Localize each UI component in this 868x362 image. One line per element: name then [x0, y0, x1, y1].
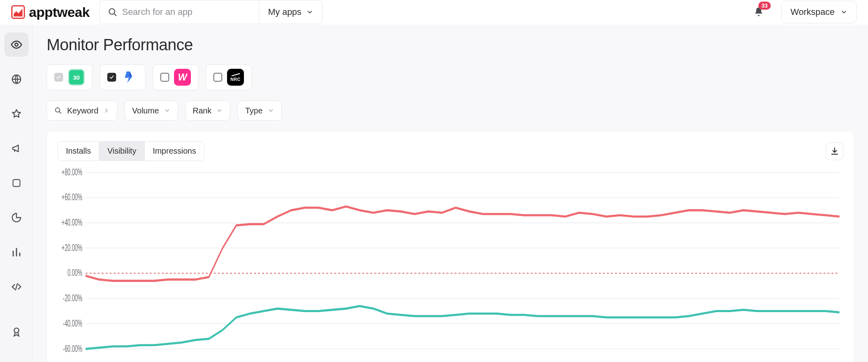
- sidebar-item-star[interactable]: [4, 102, 29, 126]
- checkbox-icon: [107, 73, 116, 82]
- chevron-down-icon: [216, 107, 223, 114]
- top-bar: apptweak My apps 33 Workspace: [0, 0, 868, 25]
- svg-text:+20.00%: +20.00%: [61, 243, 82, 253]
- sidebar-item-award[interactable]: [4, 320, 29, 344]
- svg-text:0.00%: 0.00%: [68, 268, 82, 278]
- app-chip-nrc[interactable]: NRC: [206, 64, 252, 90]
- brand-name: apptweak: [29, 4, 90, 20]
- checkbox-icon: [213, 73, 222, 82]
- my-apps-label: My apps: [268, 7, 301, 17]
- sidebar-item-megaphone[interactable]: [4, 136, 29, 160]
- tab-impressions[interactable]: Impressions: [144, 142, 204, 160]
- notification-badge: 33: [758, 2, 771, 10]
- chevron-down-icon: [268, 107, 274, 114]
- checkbox-icon: [54, 73, 63, 82]
- type-filter[interactable]: Type: [237, 101, 281, 121]
- my-apps-dropdown[interactable]: My apps: [259, 0, 322, 24]
- megaphone-icon: [11, 143, 22, 154]
- search-icon: [108, 7, 117, 17]
- keyword-label: Keyword: [67, 106, 98, 115]
- svg-text:-60.00%: -60.00%: [63, 343, 82, 354]
- tab-visibility[interactable]: Visibility: [99, 142, 144, 160]
- chevron-down-icon: [306, 8, 313, 16]
- svg-text:-20.00%: -20.00%: [63, 293, 82, 303]
- search-box[interactable]: [100, 0, 259, 24]
- app-icon-nrc: NRC: [227, 69, 244, 86]
- bars-icon: [11, 247, 22, 258]
- brand-mark-icon: [11, 5, 25, 19]
- page-title: Monitor Performance: [47, 36, 854, 54]
- keyword-filter[interactable]: Keyword: [47, 101, 117, 121]
- app-chip-fitnesscoach[interactable]: [100, 64, 145, 90]
- rank-filter[interactable]: Rank: [185, 101, 231, 121]
- chevron-down-icon: [164, 107, 170, 114]
- download-button[interactable]: [826, 142, 843, 160]
- filter-row: Keyword Volume Rank Type: [47, 101, 854, 121]
- sidebar-item-square[interactable]: [4, 171, 29, 195]
- volume-filter[interactable]: Volume: [125, 101, 178, 121]
- search-input[interactable]: [122, 7, 251, 17]
- sidebar-item-bars[interactable]: [4, 240, 29, 264]
- workspace-label: Workspace: [790, 7, 835, 17]
- main-content: Monitor Performance 30 W NRC: [33, 25, 868, 362]
- tab-installs[interactable]: Installs: [58, 142, 99, 160]
- app-chip-30day[interactable]: 30: [47, 64, 92, 90]
- sidebar-item-globe[interactable]: [4, 67, 29, 91]
- volume-label: Volume: [132, 106, 159, 115]
- app-icon-fitnesscoach: [121, 69, 138, 86]
- workspace-dropdown[interactable]: Workspace: [781, 1, 857, 23]
- notifications-button[interactable]: 33: [751, 4, 767, 20]
- chart-area: +80.00%+60.00%+40.00%+20.00%0.00%-20.00%…: [57, 168, 843, 362]
- app-chip-workoutwomen[interactable]: W: [153, 64, 199, 90]
- type-label: Type: [245, 106, 262, 115]
- globe-icon: [11, 74, 22, 85]
- svg-text:+80.00%: +80.00%: [61, 168, 82, 177]
- code-icon: [11, 281, 22, 292]
- sidebar: [0, 25, 33, 362]
- pie-icon: [11, 212, 22, 223]
- svg-text:-40.00%: -40.00%: [63, 318, 82, 329]
- rank-label: Rank: [193, 106, 212, 115]
- svg-text:+60.00%: +60.00%: [61, 192, 82, 202]
- sidebar-item-user[interactable]: [4, 354, 29, 362]
- svg-point-2: [15, 43, 18, 46]
- svg-point-5: [14, 328, 19, 333]
- chevron-down-icon: [840, 8, 848, 16]
- chart-svg: +80.00%+60.00%+40.00%+20.00%0.00%-20.00%…: [57, 168, 843, 362]
- search-icon: [54, 107, 62, 115]
- app-selector-row: 30 W NRC: [47, 64, 854, 90]
- download-icon: [830, 147, 839, 156]
- svg-rect-4: [13, 179, 20, 186]
- eye-icon: [10, 39, 23, 51]
- sidebar-item-overview[interactable]: [4, 33, 29, 57]
- sidebar-item-code[interactable]: [4, 275, 29, 299]
- swoosh-icon: [231, 73, 240, 76]
- search-group: My apps: [99, 0, 323, 24]
- svg-line-1: [114, 14, 116, 16]
- bolt-icon: [123, 70, 136, 84]
- star-icon: [11, 108, 22, 119]
- metric-tabs: Installs Visibility Impressions: [57, 141, 205, 161]
- app-icon-30day: 30: [68, 69, 85, 86]
- square-icon: [11, 178, 22, 188]
- checkbox-icon: [160, 73, 169, 82]
- app-icon-workoutwomen: W: [174, 69, 191, 86]
- chart-card: Installs Visibility Impressions +80.00%+…: [47, 131, 854, 362]
- svg-text:+40.00%: +40.00%: [61, 217, 82, 228]
- sidebar-item-pie[interactable]: [4, 206, 29, 230]
- brand-logo[interactable]: apptweak: [11, 4, 90, 20]
- chevron-right-icon: [103, 107, 110, 114]
- award-icon: [11, 326, 22, 337]
- svg-line-8: [59, 112, 61, 113]
